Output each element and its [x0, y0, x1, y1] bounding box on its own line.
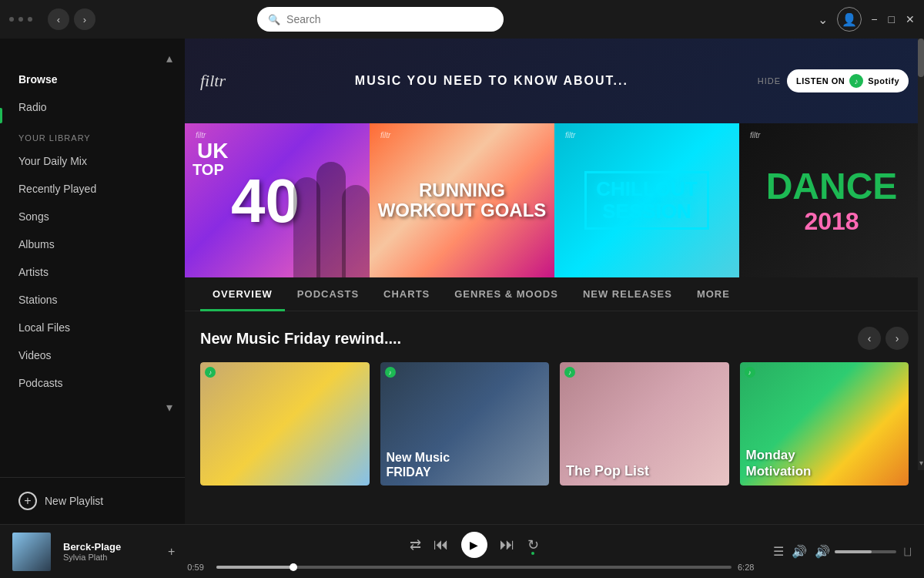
- section-prev-button[interactable]: ‹: [858, 327, 881, 350]
- minimize-button[interactable]: −: [871, 13, 877, 25]
- music-card-2[interactable]: ♪ New MusicFRIDAY: [380, 362, 550, 486]
- sidebar-item-browse[interactable]: Browse: [0, 66, 185, 93]
- back-button[interactable]: ‹: [48, 8, 69, 30]
- search-icon: 🔍: [268, 14, 280, 25]
- content-scroll: filtr MUSIC YOU NEED TO KNOW ABOUT... HI…: [185, 39, 924, 524]
- music-card-3[interactable]: ♪ The Pop List: [560, 362, 729, 486]
- sidebar-item-recently-played[interactable]: Recently Played: [0, 175, 185, 203]
- listen-on-label: LISTEN ON: [796, 76, 845, 86]
- sidebar-bottom: + New Playlist: [0, 477, 185, 524]
- section-title: New Music Friday rewind....: [200, 330, 401, 348]
- player-track-info: Berck-Plage Sylvia Plath: [63, 541, 156, 562]
- search-bar[interactable]: 🔍: [257, 7, 504, 32]
- search-input[interactable]: [286, 13, 493, 25]
- sidebar-item-daily-mix[interactable]: Your Daily Mix: [0, 147, 185, 175]
- podcasts-label: Podcasts: [18, 377, 63, 389]
- album-card-running[interactable]: filtr RUNNING WORKOUT GOALS: [370, 123, 554, 277]
- plus-circle-icon: +: [18, 492, 37, 510]
- section-next-button[interactable]: ›: [886, 327, 909, 350]
- sidebar-item-local-files[interactable]: Local Files: [0, 314, 185, 341]
- music-card-3-img: ♪ The Pop List: [560, 362, 729, 486]
- sidebar-scroll-down[interactable]: ▾: [0, 397, 185, 418]
- album-card-uk40[interactable]: filtr UK TOP 40: [185, 123, 370, 277]
- main-layout: ▴ Browse Radio YOUR LIBRARY Your Daily M…: [0, 39, 924, 524]
- new-playlist-button[interactable]: + New Playlist: [12, 487, 172, 515]
- content-area: filtr MUSIC YOU NEED TO KNOW ABOUT... HI…: [185, 39, 924, 524]
- dance-content: DANCE 2018: [766, 165, 898, 236]
- tab-podcasts[interactable]: PODCASTS: [285, 277, 371, 311]
- progress-track[interactable]: [216, 566, 732, 569]
- album-cards-row: filtr UK TOP 40 fi: [185, 123, 924, 277]
- sidebar-item-videos[interactable]: Videos: [0, 341, 185, 369]
- filtr-label-dance: filtr: [750, 131, 760, 139]
- sidebar-item-songs[interactable]: Songs: [0, 203, 185, 230]
- albums-label: Albums: [18, 238, 55, 250]
- album-card-dance[interactable]: filtr DANCE 2018: [739, 123, 924, 277]
- active-indicator: [0, 108, 2, 123]
- tab-more[interactable]: MORE: [685, 277, 742, 311]
- current-time: 0:59: [187, 563, 210, 572]
- dot-3: [28, 17, 32, 22]
- dance-year: 2018: [766, 207, 898, 236]
- user-icon[interactable]: 👤: [837, 7, 862, 32]
- silhouette-3: [342, 185, 370, 277]
- chillout-text: CHILLOUT SESSION: [584, 171, 708, 229]
- running-line2: WORKOUT GOALS: [378, 200, 547, 220]
- tab-new-releases[interactable]: NEW RELEASES: [571, 277, 685, 311]
- add-to-library-button[interactable]: +: [168, 545, 175, 559]
- device-icon[interactable]: 🔊: [792, 544, 807, 559]
- listen-on-spotify-button[interactable]: LISTEN ON ♪ Spotify: [787, 69, 909, 92]
- volume-control: 🔊: [815, 544, 896, 559]
- forward-button[interactable]: ›: [74, 8, 95, 30]
- play-pause-button[interactable]: ▶: [461, 532, 487, 558]
- music-card-1-img: ♪: [200, 362, 370, 486]
- maximize-button[interactable]: □: [889, 13, 895, 25]
- player-controls: ⇄ ⏮ ▶ ⏭ ↻ 0:59 6:28: [187, 532, 761, 572]
- player-album-art: [12, 533, 51, 571]
- music-section: New Music Friday rewind.... ‹ › ♪: [185, 311, 924, 493]
- tab-genres[interactable]: GENRES & MOODS: [442, 277, 571, 311]
- album-card-chillout[interactable]: filtr CHILLOUT SESSION: [554, 123, 739, 277]
- repeat-button[interactable]: ↻: [527, 536, 539, 553]
- filtr-right: HIDE LISTEN ON ♪ Spotify: [758, 69, 909, 92]
- music-card-1[interactable]: ♪: [200, 362, 370, 486]
- previous-button[interactable]: ⏮: [434, 536, 449, 553]
- sidebar-item-artists[interactable]: Artists: [0, 258, 185, 286]
- fullscreen-button[interactable]: ⨆: [904, 545, 912, 559]
- stations-label: Stations: [18, 294, 58, 306]
- music-card-4-img: ♪ MondayMotivation: [740, 362, 909, 486]
- close-button[interactable]: ✕: [906, 13, 915, 25]
- music-card-4[interactable]: ♪ MondayMotivation: [740, 362, 909, 486]
- volume-track[interactable]: [835, 550, 896, 553]
- chillout-line2: SESSION: [596, 200, 697, 223]
- spotify-logo-icon: ♪: [849, 74, 863, 88]
- sidebar-item-podcasts[interactable]: Podcasts: [0, 369, 185, 397]
- spotify-label: Spotify: [868, 76, 899, 86]
- sidebar-item-albums[interactable]: Albums: [0, 230, 185, 258]
- hide-button[interactable]: HIDE: [758, 76, 781, 86]
- content-scrollbar-thumb[interactable]: [918, 39, 924, 77]
- tab-charts[interactable]: CHARTS: [371, 277, 442, 311]
- recently-played-label: Recently Played: [18, 183, 96, 195]
- dance-inner: filtr DANCE 2018: [739, 123, 924, 277]
- daily-mix-label: Your Daily Mix: [18, 155, 87, 167]
- spotify-badge-4: ♪: [745, 367, 755, 378]
- filtr-label-chillout: filtr: [565, 131, 575, 139]
- chevron-down-icon[interactable]: ⌄: [818, 12, 828, 27]
- sidebar-item-radio[interactable]: Radio: [0, 93, 185, 121]
- sidebar-scroll-up[interactable]: ▴: [0, 48, 185, 66]
- player-buttons: ⇄ ⏮ ▶ ⏭ ↻: [410, 532, 539, 558]
- dance-word: DANCE: [766, 165, 898, 207]
- shuffle-button[interactable]: ⇄: [410, 536, 421, 553]
- tab-overview[interactable]: OVERVIEW: [200, 277, 285, 311]
- filtr-label-running: filtr: [380, 131, 390, 139]
- volume-icon[interactable]: 🔊: [815, 544, 830, 559]
- sidebar-item-stations[interactable]: Stations: [0, 286, 185, 314]
- repeat-active-dot: [531, 552, 534, 555]
- music-cards-grid: ♪ ♪ New MusicFRIDAY ♪ Th: [200, 362, 909, 486]
- queue-icon[interactable]: ☰: [773, 544, 784, 559]
- next-button[interactable]: ⏭: [500, 536, 515, 553]
- tab-nav: OVERVIEW PODCASTS CHARTS GENRES & MOODS …: [185, 277, 924, 311]
- progress-bar-area: 0:59 6:28: [187, 563, 761, 572]
- card2-text: New MusicFRIDAY: [387, 450, 450, 479]
